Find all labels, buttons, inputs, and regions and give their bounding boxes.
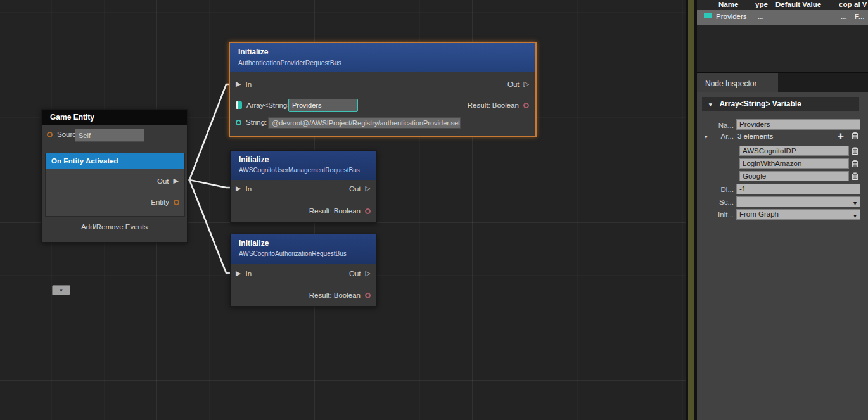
node-initialize-authorization[interactable]: Initialize AWSCognitoAuthorizationReques… bbox=[230, 234, 377, 307]
array-label: Ar... bbox=[701, 132, 734, 140]
delete-element-button[interactable] bbox=[851, 159, 859, 168]
entity-pin-icon[interactable] bbox=[47, 132, 53, 137]
node-subtitle: AWSCognitoUserManagementRequestBus bbox=[239, 167, 368, 174]
node-title: Initialize bbox=[239, 239, 368, 248]
name-input[interactable]: Providers bbox=[736, 119, 860, 130]
node-game-entity[interactable]: Game Entity Source Self On Entity Activa… bbox=[41, 109, 188, 243]
in-pin-icon[interactable]: ▶ bbox=[236, 80, 241, 88]
out-pin-icon[interactable]: ▷ bbox=[524, 80, 529, 88]
display-order-input[interactable]: -1 bbox=[736, 184, 860, 194]
node-title: Game Entity bbox=[42, 110, 187, 125]
variable-initial: F... bbox=[855, 13, 864, 20]
node-title: Initialize bbox=[239, 155, 368, 164]
dropdown-arrow-icon: ▾ bbox=[853, 198, 857, 207]
array-container-pin-icon[interactable] bbox=[236, 101, 242, 109]
result-pin-icon[interactable] bbox=[365, 293, 371, 298]
node-subtitle: AuthenticationProviderRequestBus bbox=[238, 59, 527, 67]
node-title: Initialize bbox=[238, 48, 527, 56]
source-value-field[interactable]: Self bbox=[75, 129, 144, 142]
out-pin[interactable]: Out ▷ bbox=[349, 269, 371, 277]
variable-scope: ... bbox=[841, 13, 847, 20]
right-panel: Name ype Default Value cop al V Provider… bbox=[697, 0, 868, 420]
variable-type-swatch-icon bbox=[704, 13, 712, 18]
col-type: ype bbox=[755, 1, 768, 8]
collapsed-node-button[interactable]: ▾ bbox=[52, 285, 70, 295]
in-pin[interactable]: ▶ In bbox=[236, 269, 252, 277]
element-input[interactable]: LoginWithAmazon bbox=[739, 158, 849, 169]
add-remove-events-button[interactable]: Add/Remove Events bbox=[42, 223, 187, 231]
initial-value-select[interactable]: From Graph ▾ bbox=[736, 209, 860, 220]
in-pin[interactable]: ▶ In bbox=[236, 184, 252, 193]
event-title: On Entity Activated bbox=[46, 153, 184, 169]
array-value-input[interactable]: Providers bbox=[288, 99, 358, 112]
col-scope: cop bbox=[839, 1, 852, 8]
result-pin[interactable]: Result: Boolean bbox=[468, 101, 529, 109]
col-name: Name bbox=[718, 1, 738, 8]
collapse-triangle-icon[interactable]: ▾ bbox=[709, 101, 712, 108]
inspector-tabbar: Node Inspector bbox=[697, 72, 868, 92]
chevron-down-icon: ▾ bbox=[60, 287, 63, 293]
variable-name: Providers bbox=[716, 13, 747, 20]
canvas-edge-strip bbox=[688, 0, 694, 420]
col-initial: al V bbox=[854, 1, 867, 8]
col-default: Default Value bbox=[775, 1, 821, 8]
node-inspector-content: ▾ Array<String> Variable Na... Providers… bbox=[697, 92, 868, 420]
in-pin-icon[interactable]: ▶ bbox=[236, 269, 241, 277]
tab-node-inspector[interactable]: Node Inspector bbox=[697, 73, 778, 94]
section-array-string-variable[interactable]: ▾ Array<String> Variable bbox=[702, 97, 859, 111]
dropdown-arrow-icon: ▾ bbox=[853, 211, 857, 220]
node-initialize-authentication-provider[interactable]: Initialize AuthenticationProviderRequest… bbox=[229, 42, 537, 137]
delete-element-button[interactable] bbox=[851, 172, 859, 181]
out-pin[interactable]: Out ▷ bbox=[507, 80, 529, 88]
array-count: 3 elements bbox=[737, 132, 773, 140]
name-label: Na... bbox=[701, 122, 734, 129]
node-header: Initialize AWSCognitoUserManagementReque… bbox=[231, 151, 376, 180]
result-pin[interactable]: Result: Boolean bbox=[309, 207, 371, 215]
string-value-input[interactable]: @devroot@/AWSIProject/Registry/authentic… bbox=[268, 117, 461, 129]
on-entity-activated-block[interactable]: On Entity Activated Out ▶ Entity bbox=[45, 153, 185, 217]
element-input[interactable]: AWSCognitoIDP bbox=[739, 146, 849, 156]
out-pin[interactable]: Out ▶ bbox=[157, 177, 179, 185]
delete-element-button[interactable] bbox=[851, 146, 859, 155]
display-order-label: Di... bbox=[701, 186, 734, 193]
variable-table-header: Name ype Default Value cop al V bbox=[697, 0, 868, 10]
variable-row-providers[interactable]: Providers ... ... F... bbox=[697, 10, 868, 25]
scope-select[interactable]: ▾ bbox=[736, 196, 860, 207]
out-pin-icon[interactable]: ▶ bbox=[174, 177, 179, 185]
entity-data-pin-icon[interactable] bbox=[174, 200, 179, 205]
node-header: Initialize AuthenticationProviderRequest… bbox=[230, 43, 535, 72]
initial-value-label: Init... bbox=[701, 211, 734, 219]
out-pin-icon[interactable]: ▷ bbox=[366, 269, 371, 277]
element-input[interactable]: Google bbox=[739, 171, 849, 181]
out-pin-icon[interactable]: ▷ bbox=[366, 184, 371, 193]
node-header: Initialize AWSCognitoAuthorizationReques… bbox=[231, 234, 376, 264]
string-pin-icon[interactable] bbox=[236, 120, 241, 125]
delete-array-button[interactable] bbox=[851, 131, 859, 140]
in-pin-icon[interactable]: ▶ bbox=[236, 184, 241, 193]
variable-type: ... bbox=[758, 13, 764, 20]
entity-pin[interactable]: Entity bbox=[151, 198, 179, 206]
add-element-button[interactable]: + bbox=[838, 132, 844, 141]
graph-canvas[interactable]: Game Entity Source Self On Entity Activa… bbox=[0, 0, 686, 420]
in-pin[interactable]: ▶ In bbox=[236, 80, 252, 88]
result-pin[interactable]: Result: Boolean bbox=[309, 291, 371, 299]
string-pin[interactable]: String: 1 bbox=[236, 118, 273, 126]
out-pin[interactable]: Out ▷ bbox=[349, 184, 371, 193]
result-pin-icon[interactable] bbox=[365, 208, 371, 214]
node-subtitle: AWSCognitoAuthorizationRequestBus bbox=[239, 250, 368, 257]
result-pin-icon[interactable] bbox=[523, 103, 529, 108]
script-canvas-editor: Game Entity Source Self On Entity Activa… bbox=[0, 0, 868, 420]
node-initialize-user-management[interactable]: Initialize AWSCognitoUserManagementReque… bbox=[230, 150, 377, 223]
panel-divider[interactable] bbox=[686, 0, 697, 420]
scope-label: Sc... bbox=[701, 198, 734, 206]
